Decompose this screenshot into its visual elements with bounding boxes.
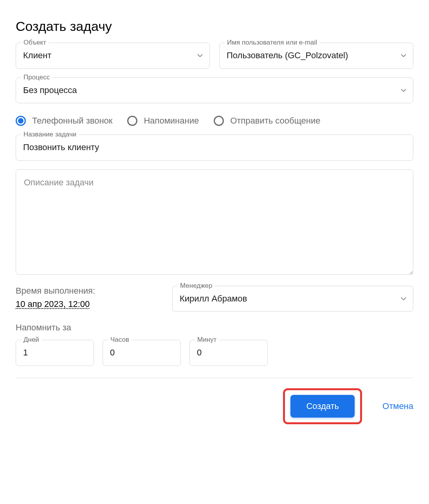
task-name-field: Название задачи (16, 135, 413, 161)
footer-divider (16, 378, 413, 378)
manager-label: Менеджер (178, 282, 214, 290)
cancel-button[interactable]: Отмена (382, 401, 413, 411)
object-field: Объект Клиент (16, 43, 210, 69)
manager-field: Менеджер Кирилл Абрамов (172, 286, 413, 312)
execution-time-value[interactable]: 10 апр 2023, 12:00 (16, 299, 90, 309)
task-type-send-message[interactable]: Отправить сообщение (214, 116, 320, 126)
task-type-reminder[interactable]: Напоминание (127, 116, 199, 126)
radio-label: Телефонный звонок (32, 116, 112, 126)
create-button[interactable]: Создать (290, 395, 355, 418)
radio-label: Напоминание (144, 116, 199, 126)
radio-icon (214, 116, 224, 126)
radio-label: Отправить сообщение (230, 116, 320, 126)
reminder-minutes-label: Минут (195, 336, 219, 344)
reminder-hours-label: Часов (108, 336, 132, 344)
execution-time-label: Время выполнения: (16, 286, 157, 296)
page-title: Создать задачу (16, 19, 413, 34)
execution-time-block: Время выполнения: 10 апр 2023, 12:00 (16, 286, 157, 309)
footer: Создать Отмена (16, 388, 413, 424)
reminder-hours-field: Часов (103, 340, 181, 366)
reminder-minutes-field: Минут (189, 340, 268, 366)
task-type-radio-group: Телефонный звонок Напоминание Отправить … (16, 116, 413, 126)
user-label: Имя пользователя или e-mail (225, 39, 319, 47)
user-field: Имя пользователя или e-mail Пользователь… (219, 43, 413, 69)
radio-icon (16, 116, 26, 126)
reminder-days-label: Дней (21, 336, 41, 344)
process-label: Процесс (21, 74, 52, 81)
radio-icon (127, 116, 137, 126)
process-field: Процесс Без процесса (16, 77, 413, 104)
task-type-phone-call[interactable]: Телефонный звонок (16, 116, 112, 126)
reminder-label: Напомнить за (16, 323, 413, 333)
object-label: Объект (21, 39, 49, 47)
task-description-textarea[interactable] (16, 169, 413, 275)
reminder-days-field: Дней (16, 340, 94, 366)
process-select[interactable]: Без процесса (16, 77, 413, 104)
task-name-label: Название задачи (21, 131, 79, 138)
create-button-highlight: Создать (283, 388, 362, 424)
